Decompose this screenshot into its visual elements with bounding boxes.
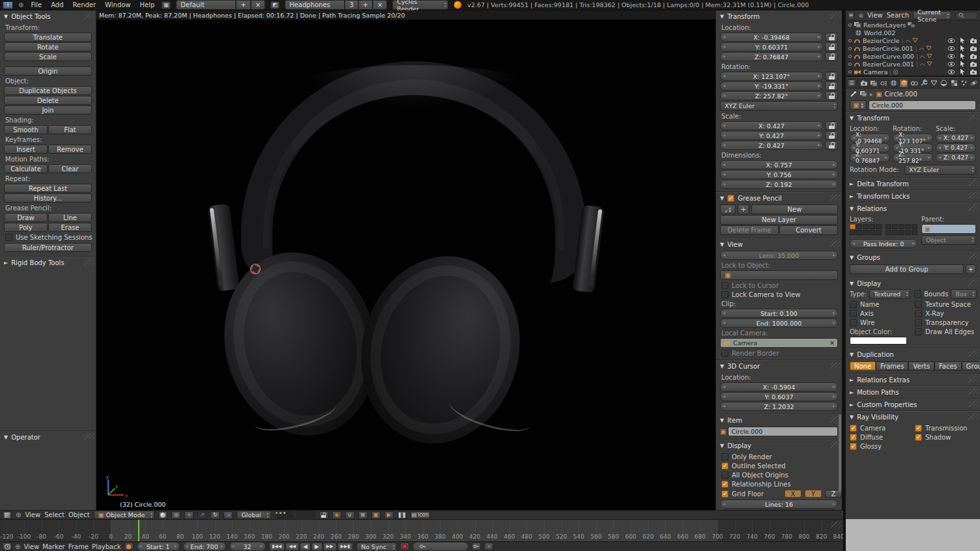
display-panel-header[interactable]: ▼ Display bbox=[716, 440, 842, 451]
outliner-menu-search[interactable]: Search bbox=[887, 12, 909, 19]
outliner-item-name[interactable]: BezierCircle.001 bbox=[863, 45, 914, 52]
lock-layers-toggle[interactable] bbox=[319, 511, 328, 519]
panel-grip[interactable] bbox=[84, 12, 94, 19]
expand-dot-icon[interactable] bbox=[848, 39, 852, 42]
play-reverse-button[interactable]: ◀ bbox=[300, 543, 311, 551]
orientation-dropdown[interactable]: Global bbox=[237, 511, 270, 519]
sync-dropdown[interactable]: No Sync bbox=[356, 543, 397, 551]
selectable-toggle[interactable] bbox=[957, 52, 968, 60]
motion-paths-header[interactable]: ►Motion Paths bbox=[846, 386, 980, 398]
time-icon[interactable] bbox=[124, 543, 134, 550]
dim-x-field[interactable]: ◂X: 0.757▸ bbox=[720, 160, 838, 169]
screen-layout-icon[interactable]: ▦ bbox=[162, 1, 171, 9]
insert-keyframe-button[interactable]: Insert bbox=[4, 145, 48, 154]
pivot-align-toggle[interactable]: ⊹ bbox=[184, 511, 194, 519]
lens-field[interactable]: ◂Lens: 35.000▸ bbox=[720, 251, 838, 260]
rotation-mode-dropdown[interactable]: XYZ Euler bbox=[904, 165, 976, 175]
tab-constraints-icon[interactable] bbox=[909, 79, 918, 88]
gp-convert-button[interactable]: Convert bbox=[779, 225, 838, 235]
repeat-last-button[interactable]: Repeat Last bbox=[4, 184, 92, 193]
p-scl-z[interactable]: ◂Z: 0.427▸ bbox=[936, 153, 976, 162]
hide-toggle[interactable] bbox=[945, 44, 957, 52]
outliner-item-name[interactable]: Camera bbox=[863, 68, 887, 76]
view3d-editor-icon[interactable] bbox=[3, 511, 12, 519]
icon-button[interactable]: ▤ icon bbox=[411, 511, 430, 519]
rot-y-field[interactable]: ◂Y: -19.331°▸ bbox=[720, 81, 823, 91]
panel-grip[interactable] bbox=[968, 114, 979, 120]
layers-widget[interactable] bbox=[275, 511, 315, 518]
tab-data-icon[interactable] bbox=[929, 79, 938, 88]
ruler-protractor-button[interactable]: Ruler/Protractor bbox=[4, 243, 92, 252]
timeline-menu-marker[interactable]: Marker bbox=[42, 543, 65, 550]
gp-new-button[interactable]: New bbox=[751, 205, 838, 214]
outliner-editor-icon[interactable]: ≡ bbox=[848, 12, 854, 20]
viewport-layer-cell[interactable] bbox=[275, 515, 278, 518]
keying-set-field[interactable] bbox=[412, 542, 468, 551]
history-button[interactable]: History... bbox=[4, 193, 92, 203]
outliner-search-box[interactable] bbox=[955, 12, 978, 20]
ray-visibility-header[interactable]: ▼Ray Visibility bbox=[846, 411, 980, 423]
expand-dot-icon[interactable] bbox=[848, 23, 852, 27]
gp-add-button[interactable]: + bbox=[738, 205, 749, 214]
play-button[interactable]: ▶ bbox=[311, 543, 323, 551]
prop-transform-header[interactable]: ▼ Transform bbox=[846, 112, 980, 124]
pivot-point-dropdown[interactable]: ◎ bbox=[171, 511, 180, 519]
draw-all-edges-checkbox[interactable] bbox=[915, 328, 922, 335]
expand-dot-icon[interactable] bbox=[848, 55, 852, 58]
timeline-menu-playback[interactable]: Playback bbox=[92, 543, 121, 550]
timeline-menu-view[interactable]: View bbox=[23, 543, 39, 550]
selectable-toggle[interactable] bbox=[957, 44, 968, 52]
browse-icon[interactable] bbox=[859, 91, 867, 97]
duplication-verts-button[interactable]: Verts bbox=[908, 361, 934, 371]
delta-transform-header[interactable]: ►Delta Transform bbox=[846, 178, 980, 190]
layer-cell[interactable] bbox=[863, 230, 869, 235]
frame-end-field[interactable]: ◂End: 700▸ bbox=[183, 542, 226, 551]
layer-cell[interactable] bbox=[886, 224, 891, 229]
tab-texture-icon[interactable] bbox=[949, 79, 958, 88]
shadow-ray-checkbox[interactable] bbox=[915, 434, 922, 441]
gp-draw-button[interactable]: Draw bbox=[4, 213, 48, 222]
render-opengl-button[interactable]: ▣ bbox=[371, 511, 381, 519]
grid-y-toggle[interactable]: Y bbox=[805, 490, 822, 498]
viewport-layer-cell[interactable] bbox=[308, 511, 311, 515]
expand-dot-icon[interactable] bbox=[848, 63, 852, 66]
groups-header[interactable]: ▼Groups bbox=[846, 251, 980, 263]
p-scl-y[interactable]: ◂Y: 0.427▸ bbox=[936, 143, 976, 152]
duplication-frames-button[interactable]: Frames bbox=[876, 361, 908, 371]
viewport-layer-cell[interactable] bbox=[304, 511, 308, 515]
viewport-layer-cell[interactable] bbox=[304, 515, 308, 518]
sidebar-scrollbar[interactable] bbox=[839, 414, 841, 492]
join-button[interactable]: Join bbox=[4, 106, 92, 115]
outliner-row[interactable]: BezierCurve.000| bbox=[846, 52, 980, 60]
xray-checkbox[interactable] bbox=[915, 310, 922, 317]
grid-floor-checkbox[interactable] bbox=[721, 490, 728, 498]
viewport-layer-cell[interactable] bbox=[312, 515, 315, 518]
transform-panel-header[interactable]: ▼ Transform bbox=[716, 10, 842, 22]
lock-icon[interactable] bbox=[825, 81, 838, 91]
render-border-checkbox[interactable] bbox=[721, 350, 728, 357]
scene-users-badge[interactable]: 3 bbox=[345, 0, 358, 10]
lock-icon[interactable] bbox=[825, 72, 838, 81]
viewport-layer-cell[interactable] bbox=[312, 511, 315, 515]
menu-window[interactable]: Window bbox=[103, 1, 132, 8]
view3d-menu-view[interactable]: View bbox=[25, 511, 40, 518]
rigid-body-tools-header[interactable]: ► Rigid Body Tools bbox=[0, 257, 96, 268]
hide-toggle[interactable] bbox=[945, 52, 957, 60]
layer-cell[interactable] bbox=[899, 224, 904, 229]
tab-material-icon[interactable] bbox=[940, 79, 949, 88]
scene-close-button[interactable]: × bbox=[373, 0, 387, 10]
tool-pin-icon[interactable] bbox=[850, 91, 857, 98]
outliner-row[interactable]: Camera| bbox=[846, 68, 980, 76]
origin-button[interactable]: Origin bbox=[4, 66, 92, 76]
duplication-header[interactable]: ▼Duplication bbox=[846, 348, 980, 360]
outliner-item-name[interactable]: BezierCurve.001 bbox=[863, 61, 914, 68]
operator-panel-header[interactable]: ▼ Operator bbox=[0, 431, 96, 443]
next-keyframe-button[interactable]: ▶▶ bbox=[323, 543, 337, 551]
item-panel-header[interactable]: ▼ Item bbox=[716, 414, 842, 426]
current-frame-playhead[interactable] bbox=[138, 520, 139, 541]
panel-grip[interactable] bbox=[968, 205, 979, 211]
layout-add-button[interactable]: + bbox=[236, 0, 250, 10]
outliner-item-name[interactable]: RenderLayers bbox=[863, 21, 906, 29]
layer-cell[interactable] bbox=[869, 224, 875, 229]
tab-modifiers-icon[interactable] bbox=[919, 79, 929, 88]
